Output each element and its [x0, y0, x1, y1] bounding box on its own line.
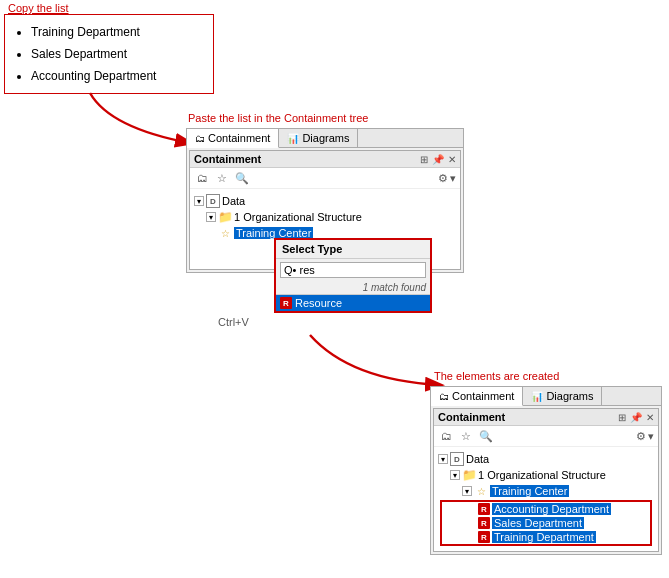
sales-icon: R	[478, 517, 490, 529]
gear-icon-b: ⚙	[636, 430, 646, 443]
copy-list: Training Department Sales Department Acc…	[15, 21, 203, 87]
tree-area-bottom: ▾ D Data ▾ 📁 1 Organizational Structure …	[434, 447, 658, 551]
tree-item-sales[interactable]: R Sales Department	[478, 516, 650, 530]
star-node-icon: ☆	[218, 226, 232, 240]
diagrams-tab-label-b: Diagrams	[546, 390, 593, 402]
tree-item-data-b: ▾ D Data	[438, 451, 654, 467]
gear-button[interactable]: ⚙ ▾	[438, 172, 456, 185]
tree-item-accounting[interactable]: R Accounting Department	[478, 502, 650, 516]
data-icon: D	[206, 194, 220, 208]
select-type-title: Select Type	[276, 240, 430, 259]
close-icon-b[interactable]: ✕	[646, 412, 654, 423]
paste-label: Paste the list in the Containment tree	[188, 112, 368, 124]
containment-tab-label-b: Containment	[452, 390, 514, 402]
search-icon[interactable]: 🔍	[234, 170, 250, 186]
close-icon[interactable]: ✕	[448, 154, 456, 165]
expander-org[interactable]: ▾	[206, 212, 216, 222]
star-node-icon-b: ☆	[474, 484, 488, 498]
expander-tc-b[interactable]: ▾	[462, 486, 472, 496]
tree-item-org-b: ▾ 📁 1 Organizational Structure	[450, 467, 654, 483]
ctrl-v-label: Ctrl+V	[218, 316, 249, 328]
containment-window-title: Containment	[194, 153, 261, 165]
containment-titlebar-top: Containment ⊞ 📌 ✕	[190, 151, 460, 168]
accounting-label: Accounting Department	[492, 503, 611, 515]
bottom-containment-panel: 🗂 Containment 📊 Diagrams Containment ⊞ 📌…	[430, 386, 662, 555]
nav-icon-b[interactable]: 🗂	[438, 428, 454, 444]
diagrams-tab-label: Diagrams	[302, 132, 349, 144]
containment-window-title-b: Containment	[438, 411, 505, 423]
data-icon-b: D	[450, 452, 464, 466]
resource-label: Resource	[295, 297, 342, 309]
title-controls-b: ⊞ 📌 ✕	[618, 412, 654, 423]
search-icon-b[interactable]: 🔍	[478, 428, 494, 444]
tree-item-data: ▾ D Data	[194, 193, 456, 209]
containment-titlebar-bottom: Containment ⊞ 📌 ✕	[434, 409, 658, 426]
pin-icon[interactable]: 📌	[432, 154, 444, 165]
data-label: Data	[222, 195, 245, 207]
star-icon[interactable]: ☆	[214, 170, 230, 186]
containment-toolbar-bottom: 🗂 ☆ 🔍 ⚙ ▾	[434, 426, 658, 447]
folder-icon-b: 📁	[462, 468, 476, 482]
folder-icon: 📁	[218, 210, 232, 224]
containment-toolbar-top: 🗂 ☆ 🔍 ⚙ ▾	[190, 168, 460, 189]
accounting-icon: R	[478, 503, 490, 515]
tab-containment-top[interactable]: 🗂 Containment	[187, 129, 279, 148]
tab-diagrams-top[interactable]: 📊 Diagrams	[279, 129, 358, 147]
diagrams-tab-icon: 📊	[287, 133, 299, 144]
select-type-popup: Select Type 1 match found R Resource	[274, 238, 432, 313]
tree-item-org: ▾ 📁 1 Organizational Structure	[206, 209, 456, 225]
training-center-label-b: Training Center	[490, 485, 569, 497]
containment-tab-icon-b: 🗂	[439, 391, 449, 402]
gear-dropdown-icon: ▾	[450, 172, 456, 185]
gear-dropdown-icon-b: ▾	[648, 430, 654, 443]
training-dept-icon: R	[478, 531, 490, 543]
expander-data[interactable]: ▾	[194, 196, 204, 206]
diagrams-tab-icon-b: 📊	[531, 391, 543, 402]
tab-containment-bottom[interactable]: 🗂 Containment	[431, 387, 523, 406]
containment-window-bottom: Containment ⊞ 📌 ✕ 🗂 ☆ 🔍 ⚙ ▾ ▾ D Da	[433, 408, 659, 552]
pin-icon-b[interactable]: 📌	[630, 412, 642, 423]
minimize-icon-b[interactable]: ⊞	[618, 412, 626, 423]
elements-created-label: The elements are created	[434, 370, 559, 382]
panel-tabs-bottom: 🗂 Containment 📊 Diagrams	[431, 387, 661, 406]
resource-icon: R	[280, 297, 292, 309]
nav-icon[interactable]: 🗂	[194, 170, 210, 186]
expander-org-b[interactable]: ▾	[450, 470, 460, 480]
tree-item-training-center-b[interactable]: ▾ ☆ Training Center	[462, 483, 654, 499]
select-type-search-area	[276, 259, 430, 281]
copy-list-box: Training Department Sales Department Acc…	[4, 14, 214, 94]
title-controls: ⊞ 📌 ✕	[420, 154, 456, 165]
select-type-list: R Resource	[276, 294, 430, 311]
list-item: Training Department	[31, 21, 203, 43]
star-icon-b[interactable]: ☆	[458, 428, 474, 444]
copy-list-label: Copy the list	[8, 2, 69, 14]
minimize-icon[interactable]: ⊞	[420, 154, 428, 165]
containment-tab-label: Containment	[208, 132, 270, 144]
list-item: Sales Department	[31, 43, 203, 65]
select-type-input[interactable]	[280, 262, 426, 278]
list-item: Accounting Department	[31, 65, 203, 87]
tree-item-training-dept[interactable]: R Training Department	[478, 530, 650, 544]
select-type-item-resource[interactable]: R Resource	[276, 295, 430, 311]
org-label: 1 Organizational Structure	[234, 211, 362, 223]
training-dept-label: Training Department	[492, 531, 596, 543]
tab-diagrams-bottom[interactable]: 📊 Diagrams	[523, 387, 602, 405]
gear-button-b[interactable]: ⚙ ▾	[636, 430, 654, 443]
data-label-b: Data	[466, 453, 489, 465]
containment-tab-icon: 🗂	[195, 133, 205, 144]
created-elements-box: R Accounting Department R Sales Departme…	[440, 500, 652, 546]
gear-icon: ⚙	[438, 172, 448, 185]
panel-tabs-top: 🗂 Containment 📊 Diagrams	[187, 129, 463, 148]
expander-data-b[interactable]: ▾	[438, 454, 448, 464]
match-count: 1 match found	[276, 281, 430, 294]
sales-label: Sales Department	[492, 517, 584, 529]
org-label-b: 1 Organizational Structure	[478, 469, 606, 481]
